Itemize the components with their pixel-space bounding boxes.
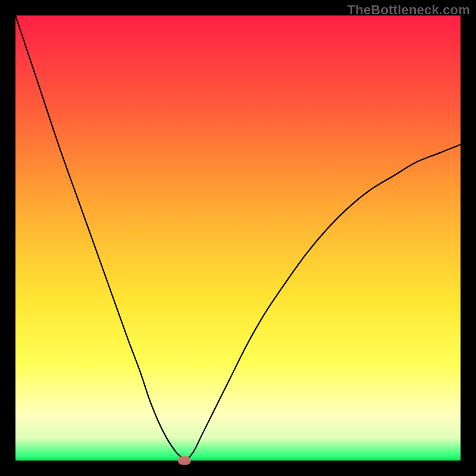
optimal-point-marker xyxy=(178,456,191,465)
chart-frame: TheBottleneck.com xyxy=(0,0,476,476)
watermark-text: TheBottleneck.com xyxy=(347,2,470,18)
plot-area xyxy=(15,15,461,461)
bottleneck-curve xyxy=(15,15,461,461)
